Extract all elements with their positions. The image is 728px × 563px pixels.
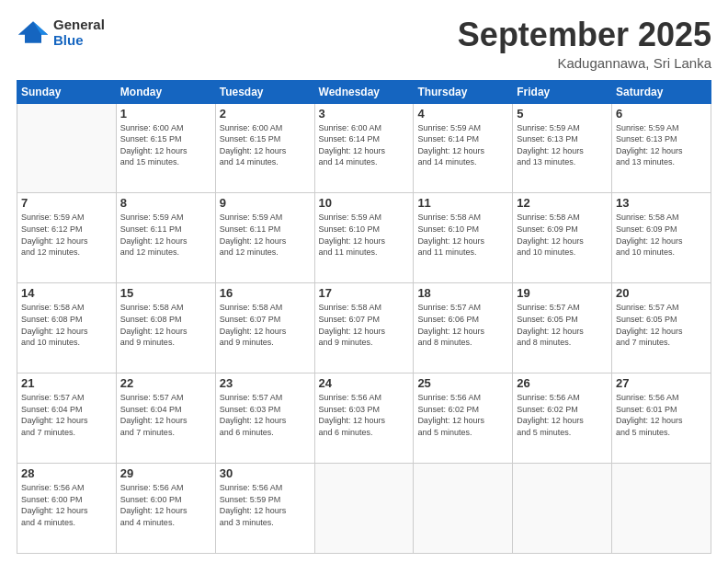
day-info: Sunrise: 6:00 AM Sunset: 6:15 PM Dayligh… [220,122,311,168]
day-number: 21 [21,376,112,390]
day-info: Sunrise: 5:56 AM Sunset: 6:02 PM Dayligh… [517,392,608,438]
calendar-cell: 1Sunrise: 6:00 AM Sunset: 6:15 PM Daylig… [116,103,215,193]
calendar-cell: 16Sunrise: 5:58 AM Sunset: 6:07 PM Dayli… [215,283,314,373]
calendar-cell: 4Sunrise: 5:59 AM Sunset: 6:14 PM Daylig… [414,103,513,193]
day-info: Sunrise: 5:57 AM Sunset: 6:04 PM Dayligh… [120,392,211,438]
day-info: Sunrise: 5:57 AM Sunset: 6:03 PM Dayligh… [220,392,311,438]
day-number: 9 [220,196,311,210]
calendar-cell: 24Sunrise: 5:56 AM Sunset: 6:03 PM Dayli… [314,373,414,464]
day-number: 17 [319,286,410,300]
calendar-cell: 3Sunrise: 6:00 AM Sunset: 6:14 PM Daylig… [314,103,414,193]
day-number: 23 [220,376,311,390]
calendar-cell: 7Sunrise: 5:59 AM Sunset: 6:12 PM Daylig… [17,193,117,283]
day-info: Sunrise: 5:56 AM Sunset: 6:03 PM Dayligh… [319,392,410,438]
day-number: 10 [319,196,410,210]
day-info: Sunrise: 5:58 AM Sunset: 6:07 PM Dayligh… [220,302,311,348]
calendar-cell: 15Sunrise: 5:58 AM Sunset: 6:08 PM Dayli… [116,283,215,373]
calendar-cell: 28Sunrise: 5:56 AM Sunset: 6:00 PM Dayli… [17,464,117,554]
day-number: 25 [417,376,508,390]
day-number: 11 [417,196,508,210]
day-number: 22 [120,376,211,390]
page: General Blue September 2025 Kadugannawa,… [0,0,728,563]
day-info: Sunrise: 5:56 AM Sunset: 6:00 PM Dayligh… [120,482,211,528]
calendar-cell: 10Sunrise: 5:59 AM Sunset: 6:10 PM Dayli… [314,193,414,283]
calendar-cell: 14Sunrise: 5:58 AM Sunset: 6:08 PM Dayli… [17,283,117,373]
day-info: Sunrise: 5:59 AM Sunset: 6:10 PM Dayligh… [319,212,410,258]
calendar-cell [513,464,612,554]
day-info: Sunrise: 5:59 AM Sunset: 6:11 PM Dayligh… [220,212,311,258]
weekday-header-wednesday: Wednesday [314,80,414,103]
calendar-cell [414,464,513,554]
day-number: 13 [616,196,707,210]
day-info: Sunrise: 5:58 AM Sunset: 6:08 PM Dayligh… [120,302,211,348]
calendar-cell [314,464,414,554]
day-info: Sunrise: 5:58 AM Sunset: 6:09 PM Dayligh… [517,212,608,258]
day-number: 27 [616,376,707,390]
calendar-cell: 26Sunrise: 5:56 AM Sunset: 6:02 PM Dayli… [513,373,612,464]
day-number: 28 [21,466,112,480]
day-number: 29 [120,466,211,480]
calendar-cell: 17Sunrise: 5:58 AM Sunset: 6:07 PM Dayli… [314,283,414,373]
day-number: 12 [517,196,608,210]
calendar-cell: 29Sunrise: 5:56 AM Sunset: 6:00 PM Dayli… [116,464,215,554]
day-number: 30 [220,466,311,480]
day-info: Sunrise: 5:58 AM Sunset: 6:07 PM Dayligh… [319,302,410,348]
calendar-cell: 23Sunrise: 5:57 AM Sunset: 6:03 PM Dayli… [215,373,314,464]
day-info: Sunrise: 6:00 AM Sunset: 6:14 PM Dayligh… [319,122,410,168]
calendar-cell: 5Sunrise: 5:59 AM Sunset: 6:13 PM Daylig… [513,103,612,193]
calendar-week-5: 28Sunrise: 5:56 AM Sunset: 6:00 PM Dayli… [17,464,711,554]
day-number: 2 [220,107,311,121]
day-number: 15 [120,286,211,300]
calendar-week-4: 21Sunrise: 5:57 AM Sunset: 6:04 PM Dayli… [17,373,711,464]
day-info: Sunrise: 5:59 AM Sunset: 6:13 PM Dayligh… [616,122,707,168]
day-number: 26 [517,376,608,390]
day-info: Sunrise: 5:56 AM Sunset: 6:01 PM Dayligh… [616,392,707,438]
weekday-header-friday: Friday [513,80,612,103]
logo: General Blue [17,17,105,48]
day-info: Sunrise: 5:56 AM Sunset: 5:59 PM Dayligh… [220,482,311,528]
calendar-cell: 27Sunrise: 5:56 AM Sunset: 6:01 PM Dayli… [612,373,711,464]
day-number: 1 [120,107,211,121]
day-info: Sunrise: 5:59 AM Sunset: 6:14 PM Dayligh… [417,122,508,168]
day-info: Sunrise: 5:57 AM Sunset: 6:04 PM Dayligh… [21,392,112,438]
day-number: 6 [616,107,707,121]
calendar-cell [17,103,117,193]
calendar-cell: 30Sunrise: 5:56 AM Sunset: 5:59 PM Dayli… [215,464,314,554]
weekday-header-thursday: Thursday [414,80,513,103]
calendar-cell: 19Sunrise: 5:57 AM Sunset: 6:05 PM Dayli… [513,283,612,373]
title-block: September 2025 Kadugannawa, Sri Lanka [458,17,711,71]
month-title: September 2025 [458,17,711,53]
calendar-cell: 20Sunrise: 5:57 AM Sunset: 6:05 PM Dayli… [612,283,711,373]
day-number: 4 [417,107,508,121]
location: Kadugannawa, Sri Lanka [458,55,711,71]
day-number: 3 [319,107,410,121]
calendar-cell: 12Sunrise: 5:58 AM Sunset: 6:09 PM Dayli… [513,193,612,283]
day-number: 18 [417,286,508,300]
calendar-cell: 21Sunrise: 5:57 AM Sunset: 6:04 PM Dayli… [17,373,117,464]
weekday-header-tuesday: Tuesday [215,80,314,103]
day-info: Sunrise: 5:58 AM Sunset: 6:10 PM Dayligh… [417,212,508,258]
day-info: Sunrise: 5:56 AM Sunset: 6:00 PM Dayligh… [21,482,112,528]
day-number: 5 [517,107,608,121]
day-info: Sunrise: 5:57 AM Sunset: 6:06 PM Dayligh… [417,302,508,348]
weekday-header-monday: Monday [116,80,215,103]
weekday-header-sunday: Sunday [17,80,117,103]
day-info: Sunrise: 5:57 AM Sunset: 6:05 PM Dayligh… [616,302,707,348]
calendar-week-1: 1Sunrise: 6:00 AM Sunset: 6:15 PM Daylig… [17,103,711,193]
day-number: 14 [21,286,112,300]
calendar-week-3: 14Sunrise: 5:58 AM Sunset: 6:08 PM Dayli… [17,283,711,373]
logo-icon [17,19,50,45]
calendar-cell: 11Sunrise: 5:58 AM Sunset: 6:10 PM Dayli… [414,193,513,283]
day-info: Sunrise: 5:56 AM Sunset: 6:02 PM Dayligh… [417,392,508,438]
calendar-cell: 22Sunrise: 5:57 AM Sunset: 6:04 PM Dayli… [116,373,215,464]
day-number: 20 [616,286,707,300]
calendar-cell: 13Sunrise: 5:58 AM Sunset: 6:09 PM Dayli… [612,193,711,283]
day-info: Sunrise: 5:59 AM Sunset: 6:12 PM Dayligh… [21,212,112,258]
calendar-table: SundayMondayTuesdayWednesdayThursdayFrid… [17,80,711,554]
day-info: Sunrise: 5:58 AM Sunset: 6:09 PM Dayligh… [616,212,707,258]
calendar-cell: 8Sunrise: 5:59 AM Sunset: 6:11 PM Daylig… [116,193,215,283]
calendar-header-row: SundayMondayTuesdayWednesdayThursdayFrid… [17,80,711,103]
day-info: Sunrise: 5:57 AM Sunset: 6:05 PM Dayligh… [517,302,608,348]
calendar-week-2: 7Sunrise: 5:59 AM Sunset: 6:12 PM Daylig… [17,193,711,283]
calendar-cell: 6Sunrise: 5:59 AM Sunset: 6:13 PM Daylig… [612,103,711,193]
